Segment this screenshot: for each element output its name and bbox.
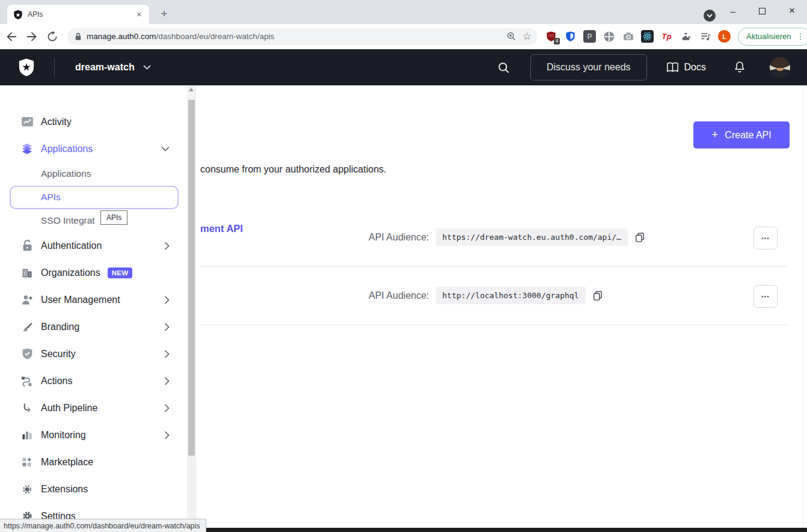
sidebar-item-organizations[interactable]: Organizations NEW [0, 259, 187, 286]
chevron-down-icon [161, 146, 170, 151]
dashboard-page: consume from your authorized application… [0, 85, 807, 532]
page-scrollbar-track[interactable] [802, 85, 807, 528]
camera-extension-icon[interactable] [622, 30, 634, 43]
api-row-2-audience: API Audience: http://localhost:3000/grap… [369, 287, 604, 304]
sidebar-item-activity[interactable]: Activity [0, 108, 187, 135]
chevron-down-icon [143, 65, 151, 70]
auth0-header: dream-watch Discuss your needs Docs [0, 49, 807, 85]
row-divider [200, 266, 788, 267]
apis-page-description: consume from your authorized application… [200, 164, 387, 175]
chevron-right-icon [164, 350, 170, 358]
sidebar-scrollbar[interactable] [187, 85, 196, 532]
extensions-gear-icon [20, 484, 34, 495]
move-crosshair-extension-icon[interactable] [603, 30, 615, 43]
sidebar-item-authentication[interactable]: Authentication [0, 232, 187, 259]
tenant-switcher[interactable]: dream-watch [75, 62, 151, 73]
chevron-right-icon [164, 404, 170, 412]
ublock-extension-icon[interactable]: 4 [545, 30, 557, 43]
docs-label: Docs [684, 62, 706, 73]
plus-icon: + [711, 128, 718, 141]
scrollbar-thumb[interactable] [188, 100, 195, 456]
sidebar-nav: Activity Applications Applications APIs … [0, 85, 187, 532]
extensions-puzzle-icon[interactable] [680, 30, 692, 43]
new-tab-button[interactable]: + [156, 6, 172, 22]
sidebar-item-applications-sub[interactable]: Applications [0, 162, 187, 185]
reload-button[interactable] [43, 28, 61, 46]
back-button[interactable] [2, 28, 20, 46]
audience-value-chip: http://localhost:3000/graphql [436, 287, 586, 304]
tenant-name: dream-watch [75, 62, 135, 73]
lock-icon [20, 239, 34, 252]
sidebar-item-marketplace[interactable]: Marketplace [0, 448, 187, 475]
discuss-your-needs-button[interactable]: Discuss your needs [530, 54, 647, 81]
sidebar-item-sso-integrations[interactable]: SSO Integrat [0, 209, 187, 232]
audience-label: API Audience: [369, 232, 429, 243]
book-icon [666, 62, 679, 73]
notifications-bell-icon[interactable] [734, 61, 746, 74]
paintbrush-icon [20, 321, 34, 333]
user-avatar[interactable] [770, 57, 790, 78]
status-bar-url: https://manage.auth0.com/dashboard/eu/dr… [0, 519, 206, 532]
marketplace-grid-icon [20, 457, 34, 468]
auth0-logo-icon[interactable] [18, 58, 35, 76]
copy-icon[interactable] [634, 231, 646, 243]
bottom-dark-strip [198, 528, 807, 532]
api-row-2-menu-button[interactable]: ••• [753, 285, 778, 308]
sidebar-item-apis[interactable]: APIs [0, 185, 187, 209]
sidebar-item-security[interactable]: Security [0, 340, 187, 367]
ublock-badge: 4 [554, 38, 560, 44]
chevron-circle-icon[interactable] [704, 10, 716, 22]
chevron-right-icon [164, 431, 170, 439]
pipeline-icon [20, 402, 34, 414]
url-bar[interactable]: manage.auth0.com/dashboard/eu/dream-watc… [67, 28, 538, 45]
docs-link[interactable]: Docs [666, 62, 706, 73]
new-badge: NEW [108, 268, 133, 278]
url-path: /dashboard/eu/dream-watch/apis [156, 32, 275, 41]
row-divider [200, 325, 788, 325]
api-row-1-name-link[interactable]: ment API [200, 223, 243, 234]
apis-tooltip: APIs [100, 210, 127, 225]
browser-window: APIs × + – × manage.auth0.com/dashboard/… [0, 0, 807, 532]
sidebar-item-auth-pipeline[interactable]: Auth Pipeline [0, 394, 187, 421]
tp-extension-icon[interactable]: Tp [660, 30, 673, 43]
window-minimize-button[interactable]: – [719, 0, 747, 22]
window-maximize-button[interactable] [748, 0, 776, 22]
audience-value-chip: https://dream-watch.eu.auth0.com/api/… [436, 228, 628, 246]
lock-icon [75, 32, 82, 41]
copy-icon[interactable] [592, 290, 604, 302]
chevron-right-icon [164, 323, 170, 331]
extensions-row: 4 P Tp L [545, 30, 731, 43]
header-divider [54, 58, 55, 76]
auth0-favicon-icon [13, 10, 23, 19]
sidebar-item-actions[interactable]: Actions [0, 367, 187, 394]
api-row-1-menu-button[interactable]: ••• [753, 227, 778, 249]
playlist-extension-icon[interactable] [699, 30, 711, 43]
react-devtools-extension-icon[interactable] [641, 30, 654, 43]
applications-layers-icon [20, 142, 34, 156]
browser-titlebar: APIs × + – × [0, 0, 807, 24]
sidebar-item-extensions[interactable]: Extensions [0, 475, 187, 503]
shield-check-icon [20, 347, 34, 360]
zoom-page-icon[interactable] [506, 31, 517, 41]
create-api-button[interactable]: + Create API [693, 121, 790, 148]
scrollbar-up-arrow[interactable] [189, 88, 194, 91]
browser-tab-apis[interactable]: APIs × [7, 5, 149, 24]
forward-button[interactable] [23, 28, 41, 46]
sidebar-item-user-management[interactable]: User Management [0, 286, 187, 313]
search-icon[interactable] [497, 61, 510, 74]
update-browser-button[interactable]: Aktualisieren ⋮ [738, 28, 807, 46]
tab-title: APIs [28, 10, 133, 19]
bitwarden-extension-icon[interactable] [564, 30, 577, 43]
sidebar-item-branding[interactable]: Branding [0, 313, 187, 340]
window-close-button[interactable]: × [778, 0, 806, 22]
kebab-menu-icon[interactable]: ⋮ [796, 32, 804, 41]
update-button-label: Aktualisieren [746, 32, 791, 41]
bookmark-star-icon[interactable]: ☆ [523, 31, 532, 41]
tab-close-icon[interactable]: × [133, 9, 144, 20]
sidebar-item-monitoring[interactable]: Monitoring [0, 421, 187, 448]
browser-profile-avatar[interactable]: L [718, 30, 731, 43]
audience-label: API Audience: [369, 290, 429, 301]
chevron-right-icon [164, 296, 170, 304]
p-extension-icon[interactable]: P [583, 30, 596, 43]
sidebar-item-applications[interactable]: Applications [0, 135, 187, 162]
